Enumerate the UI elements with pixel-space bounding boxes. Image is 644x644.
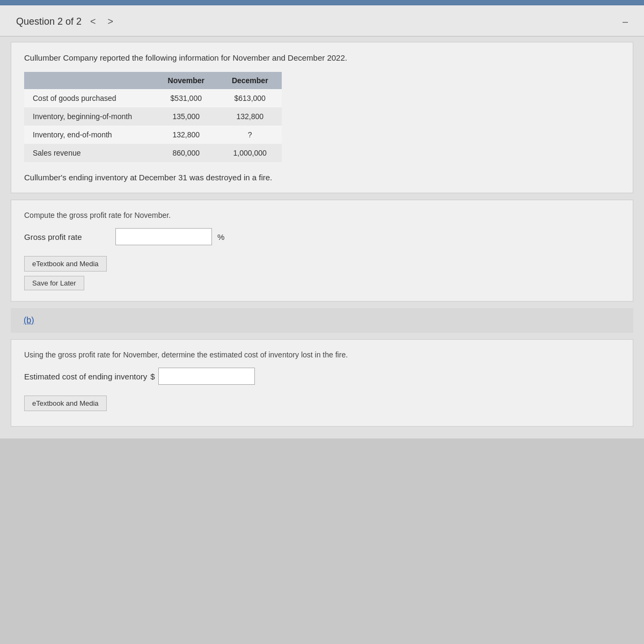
save-for-later-button[interactable]: Save for Later xyxy=(24,276,84,290)
intro-text: Cullumber Company reported the following… xyxy=(24,53,620,62)
info-section: Cullumber Company reported the following… xyxy=(11,42,633,193)
row-label-2: Inventory, end-of-month xyxy=(24,126,154,144)
table-row: Sales revenue 860,000 1,000,000 xyxy=(24,144,282,162)
data-table: November December Cost of goods purchase… xyxy=(24,72,282,162)
etextbook-btn-b-wrapper[interactable]: eTextbook and Media xyxy=(24,396,620,415)
gross-profit-input[interactable] xyxy=(115,228,212,245)
save-btn-wrapper[interactable]: Save for Later xyxy=(24,276,620,290)
dollar-sign: $ xyxy=(150,372,155,381)
next-button[interactable]: > xyxy=(105,15,117,28)
row-nov-0: $531,000 xyxy=(154,89,218,107)
part-a-section: Compute the gross profit rate for Novemb… xyxy=(11,200,633,302)
question-title: Question 2 of 2 xyxy=(16,16,82,27)
col-header-december: December xyxy=(218,72,282,89)
top-bar xyxy=(0,0,644,5)
row-nov-3: 860,000 xyxy=(154,144,218,162)
row-nov-1: 135,000 xyxy=(154,107,218,126)
col-header-empty xyxy=(24,72,154,89)
fire-note: Cullumber's ending inventory at December… xyxy=(24,173,620,182)
gross-profit-row: Gross profit rate % xyxy=(24,228,620,245)
table-row: Inventory, end-of-month 132,800 ? xyxy=(24,126,282,144)
table-row: Inventory, beginning-of-month 135,000 13… xyxy=(24,107,282,126)
row-dec-3: 1,000,000 xyxy=(218,144,282,162)
part-b-section: Using the gross profit rate for November… xyxy=(11,339,633,427)
etextbook-button-b[interactable]: eTextbook and Media xyxy=(24,396,107,411)
estimated-cost-label: Estimated cost of ending inventory xyxy=(24,372,147,381)
percent-unit: % xyxy=(217,232,224,241)
part-a-instruction: Compute the gross profit rate for Novemb… xyxy=(24,211,620,219)
part-b-instruction: Using the gross profit rate for November… xyxy=(24,350,620,359)
etextbook-btn-a[interactable]: eTextbook and Media xyxy=(24,256,620,276)
row-dec-1: 132,800 xyxy=(218,107,282,126)
row-label-0: Cost of goods purchased xyxy=(24,89,154,107)
estimated-cost-row: Estimated cost of ending inventory $ xyxy=(24,368,620,385)
row-dec-2: ? xyxy=(218,126,282,144)
main-content: Cullumber Company reported the following… xyxy=(0,36,644,438)
row-dec-0: $613,000 xyxy=(218,89,282,107)
col-header-november: November xyxy=(154,72,218,89)
row-nov-2: 132,800 xyxy=(154,126,218,144)
row-label-3: Sales revenue xyxy=(24,144,154,162)
estimated-cost-input[interactable] xyxy=(158,368,255,385)
table-row: Cost of goods purchased $531,000 $613,00… xyxy=(24,89,282,107)
row-label-1: Inventory, beginning-of-month xyxy=(24,107,154,126)
part-b-link[interactable]: (b) xyxy=(24,316,34,325)
minimize-button[interactable]: – xyxy=(623,16,628,27)
question-header: Question 2 of 2 < > – xyxy=(0,5,644,36)
etextbook-button-a[interactable]: eTextbook and Media xyxy=(24,256,107,272)
part-b-header: (b) xyxy=(11,308,633,333)
gross-profit-label: Gross profit rate xyxy=(24,232,110,241)
prev-button[interactable]: < xyxy=(87,15,99,28)
